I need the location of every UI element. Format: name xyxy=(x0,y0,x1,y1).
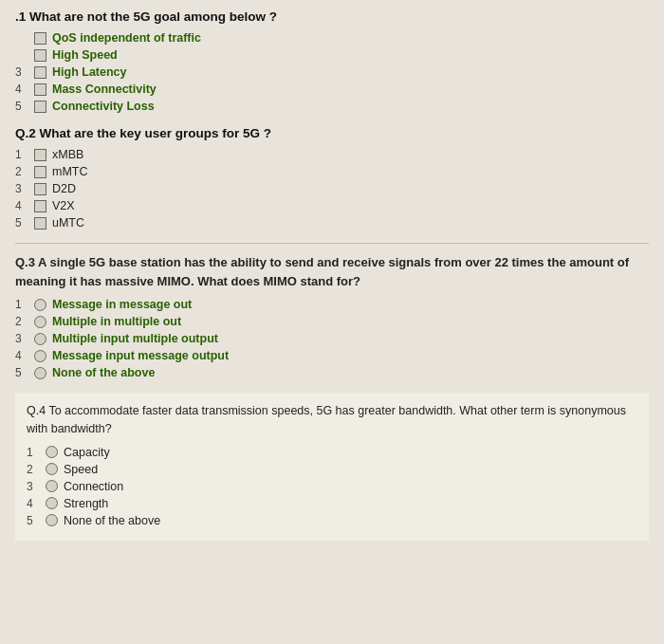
q4-option-3[interactable]: 3 Connection xyxy=(27,480,637,493)
q4-option-5[interactable]: 5 None of the above xyxy=(27,514,637,527)
q4-option-1-label: Capacity xyxy=(64,446,110,459)
q1-option-2[interactable]: High Speed xyxy=(15,48,649,62)
radio-icon[interactable] xyxy=(46,463,58,475)
checkbox-icon[interactable] xyxy=(34,101,46,113)
radio-icon[interactable] xyxy=(34,299,46,311)
question-2: Q.2 What are the key user groups for 5G … xyxy=(15,126,649,230)
q2-option-2[interactable]: 2 mMTC xyxy=(15,165,649,178)
checkbox-icon[interactable] xyxy=(34,49,46,62)
q3-option-5-label: None of the above xyxy=(52,366,155,379)
q3-option-1[interactable]: 1 Message in message out xyxy=(15,298,649,311)
checkbox-icon[interactable] xyxy=(34,200,46,212)
q2-option-4[interactable]: 4 V2X xyxy=(15,199,649,212)
q3-option-1-label: Message in message out xyxy=(52,298,192,311)
q3-option-4-label: Message input message output xyxy=(52,349,229,362)
q2-option-3-label: D2D xyxy=(52,182,76,195)
q1-option-1-label: QoS independent of traffic xyxy=(52,31,201,45)
checkbox-icon[interactable] xyxy=(34,149,46,161)
q3-option-2-label: Multiple in multiple out xyxy=(52,315,181,328)
q1-option-5[interactable]: 5 Connectivity Loss xyxy=(15,100,649,113)
q2-option-5-label: uMTC xyxy=(52,216,84,230)
q4-title: Q.4 To accommodate faster data transmiss… xyxy=(27,402,637,438)
q4-option-5-label: None of the above xyxy=(64,514,160,527)
q3-option-5[interactable]: 5 None of the above xyxy=(15,366,649,379)
q2-option-1-label: xMBB xyxy=(52,148,83,161)
checkbox-icon[interactable] xyxy=(34,217,46,230)
q2-option-5[interactable]: 5 uMTC xyxy=(15,216,649,230)
q2-option-3[interactable]: 3 D2D xyxy=(15,182,649,195)
q2-option-2-label: mMTC xyxy=(52,165,88,178)
radio-icon[interactable] xyxy=(46,497,58,509)
q4-option-4-label: Strength xyxy=(64,497,108,510)
q2-option-1[interactable]: 1 xMBB xyxy=(15,148,649,161)
divider-1 xyxy=(15,243,649,244)
q4-option-4[interactable]: 4 Strength xyxy=(27,497,637,510)
question-1: .1 What are not the 5G goal among below … xyxy=(15,9,649,113)
q1-option-3[interactable]: 3 High Latency xyxy=(15,65,649,79)
q1-option-4[interactable]: 4 Mass Connectivity xyxy=(15,83,649,96)
checkbox-icon[interactable] xyxy=(34,183,46,195)
q4-option-2[interactable]: 2 Speed xyxy=(27,463,637,476)
checkbox-icon[interactable] xyxy=(34,166,46,178)
q1-option-5-label: Connectivity Loss xyxy=(52,100,155,113)
q1-title: .1 What are not the 5G goal among below … xyxy=(15,9,649,24)
q2-title: Q.2 What are the key user groups for 5G … xyxy=(15,126,649,140)
question-3: Q.3 A single 5G base station has the abi… xyxy=(15,253,649,379)
q3-option-2[interactable]: 2 Multiple in multiple out xyxy=(15,315,649,328)
q3-option-3-label: Multiple input multiple output xyxy=(52,332,218,345)
radio-icon[interactable] xyxy=(34,333,46,345)
q3-title: Q.3 A single 5G base station has the abi… xyxy=(15,253,649,290)
radio-icon[interactable] xyxy=(46,514,58,526)
checkbox-icon[interactable] xyxy=(34,83,46,96)
radio-icon[interactable] xyxy=(46,446,58,458)
q1-option-3-label: High Latency xyxy=(52,65,127,79)
radio-icon[interactable] xyxy=(34,367,46,379)
q4-option-3-label: Connection xyxy=(64,480,123,493)
radio-icon[interactable] xyxy=(46,480,58,492)
question-4: Q.4 To accommodate faster data transmiss… xyxy=(15,393,649,541)
q4-option-2-label: Speed xyxy=(64,463,98,476)
q2-option-4-label: V2X xyxy=(52,199,75,212)
radio-icon[interactable] xyxy=(34,350,46,362)
checkbox-icon[interactable] xyxy=(34,32,46,45)
radio-icon[interactable] xyxy=(34,316,46,328)
q1-option-2-label: High Speed xyxy=(52,48,118,62)
q1-option-1[interactable]: QoS independent of traffic xyxy=(15,31,649,45)
checkbox-icon[interactable] xyxy=(34,66,46,79)
q3-option-4[interactable]: 4 Message input message output xyxy=(15,349,649,362)
q3-option-3[interactable]: 3 Multiple input multiple output xyxy=(15,332,649,345)
q1-option-4-label: Mass Connectivity xyxy=(52,83,157,96)
q4-option-1[interactable]: 1 Capacity xyxy=(27,446,637,459)
